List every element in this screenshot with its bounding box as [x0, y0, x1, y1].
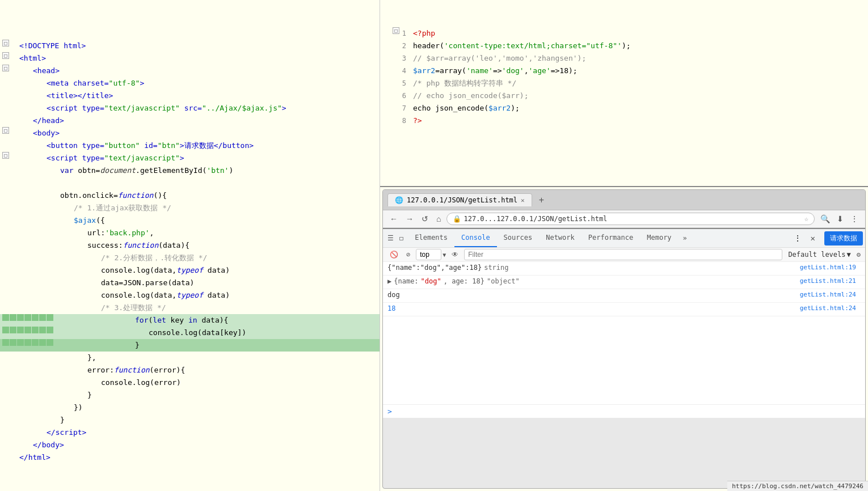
console-source-link[interactable]: getList.html:21 [800, 277, 861, 285]
devtools-tabs: ☰ ◻ Elements Console Sources Network Per… [383, 229, 865, 248]
settings-gear-icon[interactable]: ⚙ [857, 251, 861, 259]
devtools-more-button[interactable]: » [679, 232, 692, 244]
new-tab-button[interactable]: + [536, 194, 547, 206]
address-bar[interactable]: 🔒 127.0...127.0.0.1/JSON/getList.html ☆ [446, 213, 815, 225]
console-prompt: > [383, 404, 865, 418]
tab-title: 127.0.0.1/JSON/getList.html [407, 196, 517, 204]
console-message: {"name":"dog","age":18} string [387, 264, 800, 272]
selector-arrow-icon: ▼ [443, 252, 446, 258]
tab-elements[interactable]: Elements [408, 229, 454, 247]
download-button[interactable]: ⬇ [835, 213, 846, 225]
request-data-button[interactable]: 请求数据 [824, 231, 863, 246]
tab-console[interactable]: Console [454, 229, 497, 247]
star-icon: ☆ [804, 215, 808, 223]
php-line-content: /* php 数据结构转字符串 */ [411, 77, 866, 90]
line-gutter [2, 339, 53, 346]
line-content: } [19, 389, 377, 401]
lock-icon: 🔒 [453, 215, 461, 223]
device-icon[interactable]: ◻ [397, 232, 406, 244]
eye-icon[interactable]: 👁 [449, 249, 461, 260]
line-content: var obtn=document.getElementById('btn') [19, 164, 377, 177]
line-content: </html> [19, 451, 377, 464]
no-entry-icon[interactable]: ⊘ [404, 249, 412, 260]
console-source-link[interactable]: getList.html:19 [800, 264, 861, 271]
levels-arrow-icon: ▼ [847, 251, 851, 259]
php-line-gutter: □ [382, 27, 399, 34]
home-button[interactable]: ⌂ [434, 213, 443, 225]
inspect-icon[interactable]: ☰ [385, 232, 396, 244]
tab-memory[interactable]: Memory [640, 229, 678, 247]
tab-network[interactable]: Network [539, 229, 582, 247]
php-line-content: <?php [411, 27, 866, 40]
filter-input[interactable] [464, 249, 782, 260]
line-content: /* 1.通过ajax获取数据 */ [19, 202, 377, 214]
default-levels-button[interactable]: Default levels ▼ [786, 249, 853, 260]
line-content: obtn.onclick=function(){ [19, 189, 377, 202]
line-content: /* 3.处理数据 */ [19, 302, 377, 314]
line-content: } [53, 339, 377, 352]
browser-tab[interactable]: 🌐 127.0.0.1/JSON/getList.html ✕ [387, 193, 532, 206]
console-source-link[interactable]: getList.html:24 [800, 291, 861, 298]
line-content: }) [19, 401, 377, 414]
line-content: console.log(data,typeof data) [19, 264, 377, 277]
line-gutter: □ [2, 40, 19, 46]
search-button[interactable]: 🔍 [818, 213, 832, 225]
line-content: <body> [19, 127, 377, 139]
line-number: 8 [399, 115, 411, 127]
line-content: } [19, 414, 377, 426]
console-row: doggetList.html:24 [383, 289, 865, 303]
context-selector[interactable]: top [416, 249, 441, 260]
line-number: 6 [399, 90, 411, 102]
tab-sources[interactable]: Sources [497, 229, 540, 247]
line-gutter: □ [2, 152, 19, 159]
line-content: url:'back.php', [19, 227, 377, 239]
fold-icon[interactable]: □ [2, 127, 9, 134]
line-gutter: □ [2, 127, 19, 134]
php-fold-icon[interactable]: □ [393, 27, 399, 34]
tab-performance[interactable]: Performance [582, 229, 640, 247]
line-content: console.log(data,typeof data) [19, 289, 377, 302]
settings-button[interactable]: ⋮ [848, 213, 861, 225]
tab-close-btn[interactable]: ✕ [521, 197, 525, 204]
browser-titlebar: 🌐 127.0.0.1/JSON/getList.html ✕ + [383, 190, 865, 210]
line-content: /* 2.分析数据，.转化数据 */ [19, 252, 377, 264]
line-number: 5 [399, 77, 411, 90]
line-gutter [2, 314, 53, 321]
php-line-content: // echo json_encode($arr); [411, 90, 866, 102]
devtools-close-button[interactable]: ✕ [806, 231, 820, 245]
fold-icon[interactable]: □ [2, 152, 9, 159]
line-number: 4 [399, 65, 411, 77]
php-line-content: // $arr=array('leo','momo','zhangsen'); [411, 52, 866, 65]
globe-icon: 🌐 [395, 196, 403, 204]
devtools-icons: ☰ ◻ [385, 232, 406, 244]
fold-icon[interactable]: □ [2, 52, 9, 59]
clear-console-icon[interactable]: 🚫 [387, 249, 401, 260]
console-row: ▶ {name: "dog", age: 18} "object"getList… [383, 276, 865, 289]
line-content: <title></title> [19, 90, 377, 102]
line-content: error:function(error){ [19, 364, 377, 376]
line-number: 7 [399, 102, 411, 115]
line-content: $ajax({ [19, 214, 377, 227]
left-code-panel: □<!DOCTYPE html>□<html>□<head><meta char… [0, 0, 380, 491]
browser-toolbar: ← → ↺ ⌂ 🔒 127.0...127.0.0.1/JSON/getList… [383, 210, 865, 228]
prompt-arrow-icon: > [387, 407, 392, 416]
fold-icon[interactable]: □ [2, 65, 9, 71]
php-code-editor: □1<?php2header('content-type:text/html;c… [380, 0, 868, 129]
fold-icon[interactable]: □ [2, 40, 9, 46]
line-content: for(let key in data){ [53, 314, 377, 327]
php-line-content: header('content-type:text/html;charset="… [411, 40, 866, 52]
forward-button[interactable]: → [403, 213, 416, 225]
toolbar-icons: 🔍 ⬇ ⋮ [818, 213, 861, 225]
line-content: <button type="button" id="btn">请求数据</but… [19, 139, 377, 152]
line-content: <!DOCTYPE html> [19, 40, 377, 52]
html-code-editor: □<!DOCTYPE html>□<html>□<head><meta char… [0, 0, 380, 466]
back-button[interactable]: ← [387, 213, 400, 225]
console-message: dog [387, 291, 800, 299]
php-line-content: echo json_encode($arr2); [411, 102, 866, 115]
console-output: {"name":"dog","age":18} stringgetList.ht… [383, 262, 865, 404]
console-source-link[interactable]: getList.html:24 [800, 304, 861, 312]
line-gutter: □ [2, 52, 19, 59]
reload-button[interactable]: ↺ [419, 213, 431, 225]
devtools-menu-icon[interactable]: ⋮ [791, 231, 804, 245]
right-panel: □1<?php2header('content-type:text/html;c… [380, 0, 868, 491]
